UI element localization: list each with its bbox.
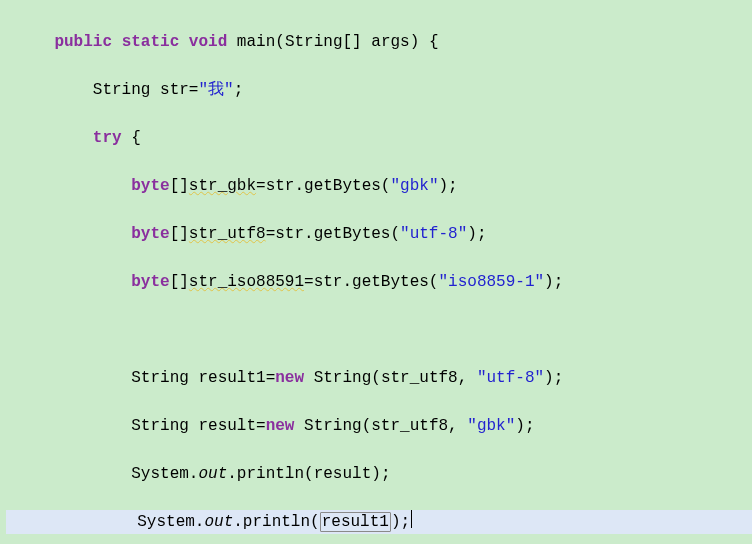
code-line[interactable]: System.out.println(result); (6, 462, 752, 486)
call: =str.getBytes( (256, 177, 390, 195)
call: String(str_utf8, (304, 369, 477, 387)
keyword: new (266, 417, 295, 435)
keyword: byte (131, 177, 169, 195)
call: =str.getBytes( (304, 273, 438, 291)
code-line[interactable]: String str="我"; (6, 78, 752, 102)
keyword: void (189, 33, 227, 51)
close: ); (391, 513, 410, 531)
keyword: new (275, 369, 304, 387)
string-literal: "iso8859-1" (438, 273, 544, 291)
type: String (285, 33, 343, 51)
decl: String result1= (131, 369, 275, 387)
op: = (189, 81, 199, 99)
paren: ) { (410, 33, 439, 51)
close: ); (467, 225, 486, 243)
decl: String result= (131, 417, 265, 435)
close: ); (438, 177, 457, 195)
string-literal: "gbk" (390, 177, 438, 195)
var: str (150, 81, 188, 99)
call: String(str_utf8, (294, 417, 467, 435)
keyword: public (54, 33, 112, 51)
string-literal: "gbk" (467, 417, 515, 435)
type: String (93, 81, 151, 99)
keyword: byte (131, 273, 169, 291)
code-line[interactable] (6, 318, 752, 342)
keyword: try (93, 129, 122, 147)
code-line[interactable]: byte[]str_iso88591=str.getBytes("iso8859… (6, 270, 752, 294)
close: ); (515, 417, 534, 435)
code-line[interactable]: String result1=new String(str_utf8, "utf… (6, 366, 752, 390)
keyword: byte (131, 225, 169, 243)
brace: { (122, 129, 141, 147)
unused-var-warning: str_utf8 (189, 225, 266, 243)
close: ); (544, 369, 563, 387)
call: =str.getBytes( (266, 225, 400, 243)
string-literal: "utf-8" (400, 225, 467, 243)
call: .println( (233, 513, 319, 531)
static-field: out (198, 465, 227, 483)
unused-var-warning: str_gbk (189, 177, 256, 195)
paren: ( (275, 33, 285, 51)
string-literal: "我" (198, 81, 233, 99)
keyword: static (122, 33, 180, 51)
code-editor[interactable]: public static void main(String[] args) {… (0, 0, 752, 544)
method-name: main (237, 33, 275, 51)
semi: ; (234, 81, 244, 99)
brackets: [] (170, 273, 189, 291)
brackets: [] (342, 33, 361, 51)
call: .println(result); (227, 465, 390, 483)
string-literal: "utf-8" (477, 369, 544, 387)
caret (411, 510, 412, 528)
call: System. (137, 513, 204, 531)
code-line[interactable]: public static void main(String[] args) { (6, 30, 752, 54)
blank (16, 321, 26, 339)
matched-token: result1 (320, 512, 391, 532)
code-line[interactable]: byte[]str_gbk=str.getBytes("gbk"); (6, 174, 752, 198)
close: ); (544, 273, 563, 291)
brackets: [] (170, 225, 189, 243)
code-line[interactable]: try { (6, 126, 752, 150)
brackets: [] (170, 177, 189, 195)
code-line-current[interactable]: System.out.println(result1); (6, 510, 752, 534)
code-line[interactable]: String result=new String(str_utf8, "gbk"… (6, 414, 752, 438)
param: args (362, 33, 410, 51)
code-line[interactable]: byte[]str_utf8=str.getBytes("utf-8"); (6, 222, 752, 246)
call: System. (131, 465, 198, 483)
static-field: out (204, 513, 233, 531)
unused-var-warning: str_iso88591 (189, 273, 304, 291)
